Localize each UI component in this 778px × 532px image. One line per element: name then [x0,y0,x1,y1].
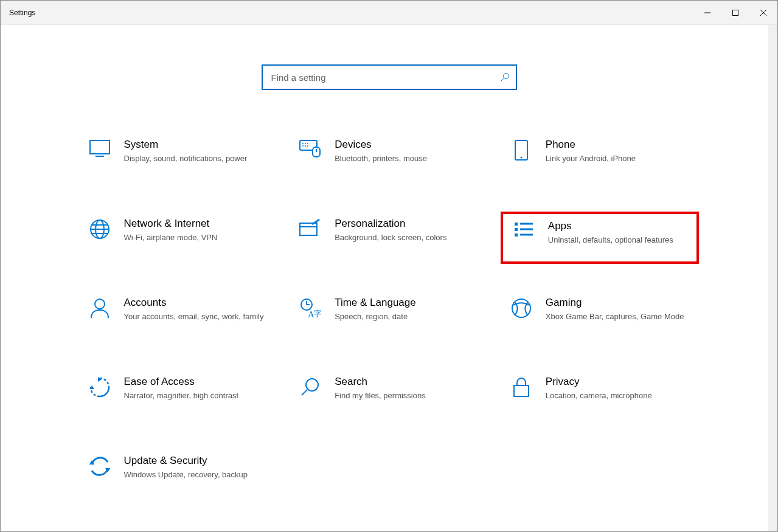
tile-text: Update & Security Windows Update, recove… [124,455,271,480]
phone-icon [508,139,535,161]
tile-sub: Uninstall, defaults, optional features [548,235,686,246]
tile-text: Search Find my files, permissions [335,376,481,401]
svg-rect-43 [514,385,529,396]
svg-point-10 [305,143,306,144]
accounts-icon [86,297,113,319]
titlebar: Settings [1,1,777,25]
search-box[interactable] [262,64,517,90]
tile-ease-of-access[interactable]: Ease of Access Narrator, magnifier, high… [79,370,278,422]
tile-sub: Speech, region, date [335,311,478,322]
svg-point-18 [520,157,522,159]
tile-text: Ease of Access Narrator, magnifier, high… [124,376,271,401]
tile-text: Personalization Background, lock screen,… [335,218,481,243]
tile-search[interactable]: Search Find my files, permissions [290,370,488,422]
tile-sub: Display, sound, notifications, power [124,153,267,164]
devices-icon [297,139,324,158]
tile-text: Network & Internet Wi-Fi, airplane mode,… [124,218,271,243]
svg-point-9 [302,143,304,144]
network-icon [86,218,113,240]
tile-title: Devices [335,139,478,151]
svg-rect-27 [515,228,518,231]
tile-text: Phone Link your Android, iPhone [546,139,692,164]
svg-point-32 [95,299,105,309]
time-language-icon: A 字 [297,297,324,319]
svg-point-12 [302,145,304,147]
tile-sub: Your accounts, email, sync, work, family [124,311,267,322]
privacy-icon [508,376,535,398]
tile-title: Gaming [546,297,689,309]
tile-text: Privacy Location, camera, microphone [546,376,692,401]
system-icon [86,139,113,157]
tile-personalization[interactable]: Personalization Background, lock screen,… [290,212,488,264]
tile-sub: Location, camera, microphone [546,390,689,401]
tile-network[interactable]: Network & Internet Wi-Fi, airplane mode,… [79,212,278,264]
search-input[interactable] [271,72,500,83]
tile-sub: Windows Update, recovery, backup [124,469,267,480]
tile-sub: Link your Android, iPhone [546,153,689,164]
svg-rect-24 [300,223,317,235]
tile-title: Ease of Access [124,376,267,388]
tile-time-language[interactable]: A 字 Time & Language Speech, region, date [290,291,488,343]
tile-text: Devices Bluetooth, printers, mouse [335,139,481,164]
svg-rect-6 [90,140,109,154]
svg-line-42 [302,390,307,395]
tile-devices[interactable]: Devices Bluetooth, printers, mouse [290,133,488,185]
svg-rect-1 [733,10,738,15]
search-container [1,64,777,90]
tile-text: Gaming Xbox Game Bar, captures, Game Mod… [546,297,692,322]
search-category-icon [297,376,324,396]
window-controls [693,1,777,24]
tile-accounts[interactable]: Accounts Your accounts, email, sync, wor… [79,291,278,343]
search-icon[interactable] [500,72,510,82]
tile-gaming[interactable]: Gaming Xbox Game Bar, captures, Game Mod… [501,291,700,343]
tile-phone[interactable]: Phone Link your Android, iPhone [501,133,700,185]
gaming-icon [508,297,535,319]
tile-title: Accounts [124,297,267,309]
tile-system[interactable]: System Display, sound, notifications, po… [79,133,278,185]
tile-text: System Display, sound, notifications, po… [124,139,271,164]
tile-title: Time & Language [335,297,478,309]
tile-update-security[interactable]: Update & Security Windows Update, recove… [79,449,278,501]
svg-point-4 [503,74,509,79]
tile-privacy[interactable]: Privacy Location, camera, microphone [501,370,700,422]
settings-grid: System Display, sound, notifications, po… [79,133,700,501]
tile-title: System [124,139,267,151]
apps-icon [510,220,537,238]
tile-title: Apps [548,220,686,232]
tile-title: Phone [546,139,689,151]
close-button[interactable] [749,1,777,24]
tile-apps[interactable]: Apps Uninstall, defaults, optional featu… [501,212,700,264]
svg-point-11 [307,143,308,144]
tile-text: Apps Uninstall, defaults, optional featu… [548,220,690,246]
tile-title: Privacy [546,376,689,388]
tile-sub: Narrator, magnifier, high contrast [124,390,267,401]
scrollbar[interactable] [768,25,777,531]
tile-sub: Wi-Fi, airplane mode, VPN [124,232,267,243]
tile-title: Network & Internet [124,218,267,230]
svg-point-13 [305,145,306,147]
svg-point-14 [307,145,308,147]
tile-text: Time & Language Speech, region, date [335,297,481,322]
window-title: Settings [9,9,35,17]
svg-line-5 [501,78,504,81]
tile-title: Update & Security [124,455,267,467]
svg-rect-26 [515,223,518,226]
tile-sub: Xbox Game Bar, captures, Game Mode [546,311,689,322]
maximize-button[interactable] [721,1,749,24]
tile-sub: Background, lock screen, colors [335,232,478,243]
tile-text: Accounts Your accounts, email, sync, wor… [124,297,271,322]
tile-title: Search [335,376,478,388]
tile-sub: Bluetooth, printers, mouse [335,153,478,164]
svg-text:字: 字 [314,309,321,318]
personalization-icon [297,218,324,237]
svg-point-41 [306,379,318,391]
content-area: System Display, sound, notifications, po… [1,25,777,531]
tile-title: Personalization [335,218,478,230]
svg-rect-28 [515,233,518,237]
tile-sub: Find my files, permissions [335,390,478,401]
update-icon [86,455,113,477]
ease-of-access-icon [86,376,113,398]
minimize-button[interactable] [693,1,721,24]
